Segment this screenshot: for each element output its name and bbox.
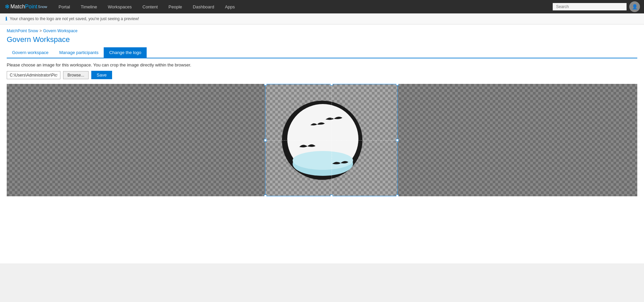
nav-people[interactable]: People	[164, 0, 187, 13]
nav-timeline[interactable]: Timeline	[76, 0, 102, 13]
tab-change-logo[interactable]: Change the logo	[104, 47, 146, 58]
avatar[interactable]: 👤	[629, 1, 640, 12]
instructions-text: Please choose an image for this workspac…	[7, 58, 637, 71]
tab-manage-participants[interactable]: Manage participants	[54, 47, 104, 58]
snowflake-icon: ❄	[5, 3, 10, 10]
info-message: Your changes to the logo are not yet sav…	[10, 16, 139, 21]
info-icon: ℹ	[5, 16, 7, 21]
logo-match-text: Match	[10, 4, 25, 10]
tab-govern-workspace[interactable]: Govern workspace	[7, 47, 54, 58]
file-path-input[interactable]	[7, 71, 60, 79]
tab-bar: Govern workspace Manage participants Cha…	[7, 47, 637, 58]
breadcrumb-root[interactable]: MatchPoint Snow	[7, 29, 38, 33]
page-bottom	[0, 196, 644, 263]
drag-dot	[8, 142, 9, 143]
nav-content[interactable]: Content	[138, 0, 163, 13]
drag-handle-left[interactable]	[7, 134, 9, 147]
page-content: MatchPoint Snow > Govern Workspace Gover…	[0, 24, 644, 196]
avatar-icon: 👤	[632, 4, 638, 9]
search-input[interactable]	[553, 3, 627, 10]
crop-container[interactable]	[7, 84, 637, 196]
breadcrumb: MatchPoint Snow > Govern Workspace	[7, 29, 637, 33]
crop-crosshair-vertical	[332, 84, 332, 196]
breadcrumb-current[interactable]: Govern Workspace	[43, 29, 78, 33]
save-button[interactable]: Save	[91, 71, 112, 79]
search-area	[553, 3, 627, 10]
crop-handle-bot-left[interactable]	[264, 195, 267, 196]
crop-selection-box[interactable]	[265, 84, 398, 196]
crop-handle-bot-right[interactable]	[396, 195, 399, 196]
logo[interactable]: ❄ Match Point Snow	[4, 3, 47, 10]
nav-links: Portal Timeline Workspaces Content Peopl…	[54, 0, 553, 13]
file-input-row: Browse... Save	[7, 71, 637, 79]
drag-dot	[8, 140, 9, 141]
drag-dot	[8, 138, 9, 139]
crop-handle-top-left[interactable]	[264, 84, 267, 86]
logo-snow-text: Snow	[38, 5, 47, 9]
browse-button[interactable]: Browse...	[63, 71, 89, 79]
info-bar: ℹ Your changes to the logo are not yet s…	[0, 13, 644, 24]
nav-portal[interactable]: Portal	[54, 0, 75, 13]
crop-handle-top-right[interactable]	[396, 84, 399, 86]
top-navigation: ❄ Match Point Snow Portal Timeline Works…	[0, 0, 644, 13]
breadcrumb-separator: >	[39, 29, 42, 33]
page-title: Govern Workspace	[7, 35, 637, 44]
logo-point-text: Point	[25, 4, 37, 10]
nav-dashboard[interactable]: Dashboard	[188, 0, 219, 13]
nav-workspaces[interactable]: Workspaces	[103, 0, 136, 13]
nav-apps[interactable]: Apps	[220, 0, 240, 13]
